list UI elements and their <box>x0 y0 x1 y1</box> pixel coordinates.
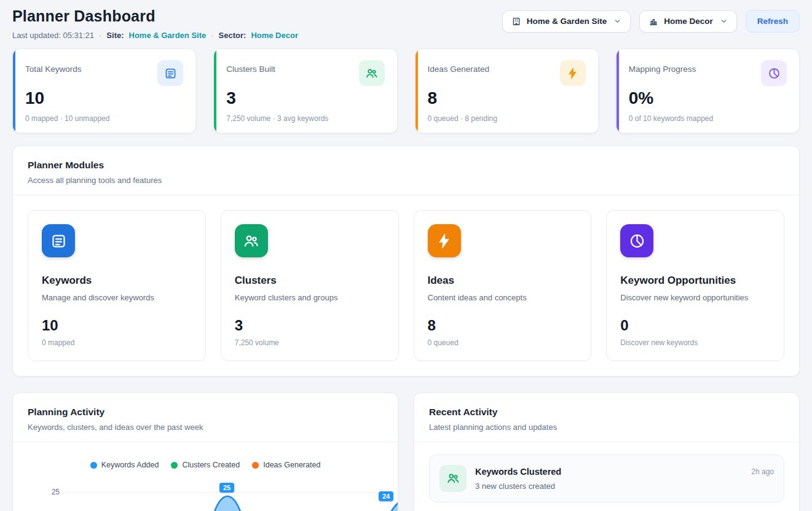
list-item-keywords-clustered: Keywords Clustered 3 new clusters create… <box>429 454 784 502</box>
module-description: Manage and discover keywords <box>42 293 192 302</box>
stat-label: Ideas Generated <box>428 60 490 74</box>
stat-value: 0% <box>629 88 787 108</box>
stat-card-mapping-progress: Mapping Progress 0% 0 of 10 keywords map… <box>616 49 800 133</box>
activity-item-content: Keywords Clustered 3 new clusters create… <box>475 465 743 491</box>
activity-item-title: Keywords Clustered <box>475 467 743 477</box>
module-value: 3 <box>235 317 385 334</box>
site-link[interactable]: Home & Garden Site <box>129 31 207 40</box>
module-title: Ideas <box>428 275 578 287</box>
planner-modules-panel: Planner Modules Access all planning tool… <box>12 146 800 376</box>
activity-item-timestamp: 2h ago <box>751 467 774 476</box>
site-selector-dropdown[interactable]: Home & Garden Site <box>502 10 631 33</box>
users-icon <box>440 465 467 492</box>
module-card-keyword-opportunities[interactable]: Keyword Opportunities Discover new keywo… <box>606 210 784 361</box>
module-card-clusters[interactable]: Clusters Keyword clusters and groups 3 7… <box>221 210 399 361</box>
module-detail: 0 mapped <box>42 338 192 347</box>
lightning-icon <box>428 224 461 257</box>
module-value: 0 <box>620 317 770 334</box>
modules-section-title: Planner Modules <box>28 160 784 171</box>
document-icon <box>42 224 75 257</box>
module-title: Keywords <box>42 275 192 287</box>
activity-chart: Keywords Added Clusters Created Ideas Ge… <box>13 442 398 511</box>
stat-value: 8 <box>428 88 586 108</box>
users-icon <box>359 60 385 86</box>
legend-label: Keywords Added <box>101 461 159 469</box>
pie-chart-icon <box>761 60 787 86</box>
separator-dot: · <box>211 31 213 40</box>
stat-label: Total Keywords <box>25 60 82 74</box>
module-card-keywords[interactable]: Keywords Manage and discover keywords 10… <box>28 210 206 361</box>
stat-label: Clusters Built <box>226 60 275 74</box>
planner-dashboard-page: Planner Dashboard Last updated: 05:31:21… <box>0 0 812 511</box>
header-left: Planner Dashboard Last updated: 05:31:21… <box>12 7 298 40</box>
legend-item-ideas-generated[interactable]: Ideas Generated <box>252 461 320 469</box>
legend-item-clusters-created[interactable]: Clusters Created <box>171 461 240 469</box>
recent-activity-subtitle: Latest planning actions and updates <box>429 423 784 432</box>
sector-selector-label: Home Decor <box>664 17 713 26</box>
module-detail: 7,250 volume <box>235 338 385 347</box>
page-header: Planner Dashboard Last updated: 05:31:21… <box>12 7 800 40</box>
y-axis-tick: 25 <box>46 488 60 496</box>
page-title: Planner Dashboard <box>12 7 298 25</box>
legend-dot <box>90 462 97 469</box>
stat-detail: 0 queued · 8 pending <box>428 114 586 123</box>
legend-label: Clusters Created <box>182 461 240 469</box>
sector-label: Sector: <box>219 31 246 40</box>
lightning-icon <box>560 60 586 86</box>
planning-activity-panel: Planning Activity Keywords, clusters, an… <box>12 392 398 511</box>
building-icon <box>511 17 521 26</box>
stat-card-ideas-generated: Ideas Generated 8 0 queued · 8 pending <box>415 49 599 133</box>
site-selector-label: Home & Garden Site <box>527 17 607 26</box>
legend-dot <box>171 462 178 469</box>
users-icon <box>235 224 268 257</box>
stat-card-total-keywords: Total Keywords 10 0 mapped · 10 unmapped <box>12 49 196 133</box>
separator-dot: · <box>99 31 101 40</box>
sector-selector-dropdown[interactable]: Home Decor <box>639 10 737 33</box>
stat-accent-bar <box>13 49 15 133</box>
module-description: Discover new keyword opportunities <box>620 293 770 302</box>
module-description: Keyword clusters and groups <box>235 293 385 302</box>
module-detail: Discover new keywords <box>620 338 770 347</box>
chevron-down-icon <box>612 17 621 25</box>
stat-detail: 0 of 10 keywords mapped <box>629 114 787 123</box>
header-subtitle: Last updated: 05:31:21 · Site: Home & Ga… <box>12 31 298 40</box>
bar-chart-icon <box>648 17 658 26</box>
legend-dot <box>252 462 259 469</box>
module-description: Content ideas and concepts <box>428 293 578 302</box>
legend-label: Ideas Generated <box>263 461 320 469</box>
recent-activity-panel: Recent Activity Latest planning actions … <box>414 392 800 511</box>
stat-label: Mapping Progress <box>629 60 696 74</box>
stat-accent-bar <box>416 49 418 133</box>
data-point-label: 25 <box>219 483 234 493</box>
stat-accent-bar <box>214 49 216 133</box>
header-actions: Home & Garden Site Home Decor Refresh <box>502 10 800 33</box>
sector-link[interactable]: Home Decor <box>251 31 298 40</box>
stat-card-clusters-built: Clusters Built 3 7,250 volume · 3 avg ke… <box>213 49 397 133</box>
chevron-down-icon <box>719 17 728 25</box>
chart-legend: Keywords Added Clusters Created Ideas Ge… <box>28 461 383 469</box>
stat-accent-bar <box>617 49 619 133</box>
planning-activity-subtitle: Keywords, clusters, and ideas over the p… <box>28 423 383 432</box>
recent-activity-list: Keywords Clustered 3 new clusters create… <box>414 442 799 511</box>
stats-row: Total Keywords 10 0 mapped · 10 unmapped… <box>12 49 800 133</box>
module-title: Keyword Opportunities <box>620 275 770 287</box>
activity-item-description: 3 new clusters created <box>475 482 743 491</box>
legend-item-keywords-added[interactable]: Keywords Added <box>90 461 159 469</box>
module-card-ideas[interactable]: Ideas Content ideas and concepts 8 0 que… <box>414 210 592 361</box>
module-detail: 0 queued <box>428 338 578 347</box>
stat-detail: 0 mapped · 10 unmapped <box>25 114 183 123</box>
modules-grid: Keywords Manage and discover keywords 10… <box>13 195 799 376</box>
module-value: 8 <box>428 317 578 334</box>
module-title: Clusters <box>235 275 385 287</box>
stat-value: 3 <box>226 88 384 108</box>
planning-activity-title: Planning Activity <box>28 407 383 418</box>
bottom-row: Planning Activity Keywords, clusters, an… <box>12 392 800 511</box>
stat-value: 10 <box>25 88 183 108</box>
last-updated-text: Last updated: 05:31:21 <box>12 31 94 40</box>
area-chart: 25 25 24 <box>28 479 383 511</box>
stat-detail: 7,250 volume · 3 avg keywords <box>226 114 384 123</box>
recent-activity-title: Recent Activity <box>429 407 784 418</box>
refresh-button[interactable]: Refresh <box>746 10 800 33</box>
modules-section-subtitle: Access all planning tools and features <box>28 176 784 185</box>
data-point-label: 24 <box>379 491 393 501</box>
